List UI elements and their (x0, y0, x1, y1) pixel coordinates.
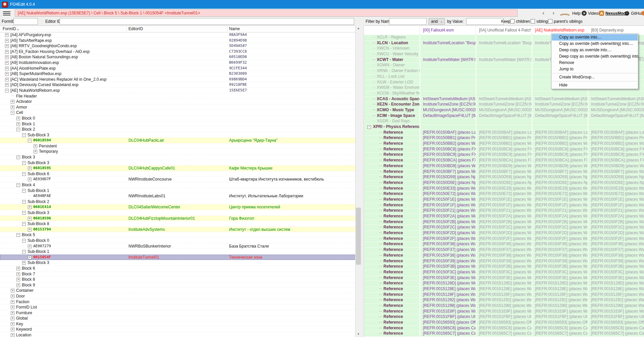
field-value-cell[interactable]: [REFR:00150BB1] (places Prewar_... (588, 135, 644, 141)
field-name-cell[interactable]: ····Reference (364, 297, 420, 303)
field-value-cell[interactable]: [REFR:00150F37] (places Water10... (420, 247, 476, 253)
collapse-icon[interactable]: − (22, 239, 26, 243)
field-value-cell[interactable]: [REFR:00150D59] (places NpcCha... (532, 175, 588, 180)
tree-row[interactable]: +Global (0, 316, 355, 321)
expand-icon[interactable]: + (11, 100, 14, 104)
videos-link[interactable]: Videos (588, 11, 600, 16)
expand-icon[interactable]: + (28, 178, 32, 181)
field-value-cell[interactable]: [REFR:00150F38] (places Water10... (476, 253, 532, 258)
field-value-cell[interactable]: [REFR:00150E72] (places Water10... (588, 191, 644, 197)
context-menu-item[interactable]: Deep copy as override (with overwriting)… (552, 53, 638, 60)
edge-clipped-icon[interactable] (642, 11, 644, 16)
tree-row[interactable]: −06018594DLC04HubPackLairАрьерсцена "Яде… (0, 138, 355, 143)
collapse-icon[interactable]: − (16, 155, 20, 159)
scrollbar-thumb[interactable] (356, 208, 361, 265)
field-name-cell[interactable]: ····XCAS - Acoustic Space (364, 96, 420, 102)
field-value-cell[interactable]: [REFR:00156593] (places OfficeD... (476, 320, 532, 325)
field-value-cell[interactable]: InstituteTunnelZone [ECZN:0015... (476, 102, 532, 107)
field-value-cell[interactable]: IntSteamTunnelsMedium [ASPC:... (476, 96, 532, 102)
field-value-cell[interactable]: [REFR:00150D59] (places NpcCha... (420, 175, 476, 180)
field-value-cell[interactable]: [REFR:001565C6] (places CageBu... (476, 326, 532, 331)
field-value-cell[interactable]: [REFR:00151292] (places Water10... (588, 297, 644, 303)
field-value-cell[interactable]: [REFR:00150BB2] (places WallEm... (420, 141, 476, 146)
field-value-cell[interactable]: [REFR:0015128D] (places Water10... (420, 281, 476, 286)
field-value-cell[interactable]: [REFR:00150E33] (places Water10... (476, 186, 532, 191)
field-value-cell[interactable] (420, 63, 476, 68)
expand-icon[interactable]: + (11, 106, 14, 109)
field-value-cell[interactable]: [REFR:001565C7] (places CageBu... (532, 331, 588, 336)
tree-row[interactable]: −Block 2 (0, 127, 355, 132)
field-value-cell[interactable]: [REFR:00150F2F] (places Water10... (420, 236, 476, 242)
field-value-cell[interactable] (420, 35, 476, 40)
expand-icon[interactable]: + (16, 122, 20, 126)
context-menu-item[interactable]: Create ModGroup... (552, 74, 638, 80)
field-name-cell[interactable]: ····Reference (364, 158, 420, 163)
field-value-cell[interactable]: [REFR:00150E72] (places Water10... (420, 191, 476, 197)
field-value-cell[interactable]: [REFR:00150D5E] (places NpcCha... (588, 180, 644, 186)
field-value-cell[interactable]: [REFR:00150F36] (places Water10... (420, 242, 476, 247)
expand-icon[interactable]: + (5, 39, 9, 43)
field-value-cell[interactable]: [REFR:00156593] (places OfficeD... (532, 320, 588, 325)
field-value-cell[interactable]: [REFR:00150F37] (places Water10... (588, 247, 644, 253)
expand-icon[interactable]: + (28, 166, 32, 170)
tree-row[interactable]: +Persistent (0, 143, 355, 149)
expand-icon[interactable]: + (11, 317, 14, 320)
expand-icon[interactable]: + (16, 283, 20, 287)
field-name-cell[interactable]: ····Reference (364, 303, 420, 309)
field-value-cell[interactable]: [REFR:0015128F] (places Water10... (476, 292, 532, 297)
field-value-cell[interactable]: [REFR:00150BB1] (places Prewar_... (420, 135, 476, 141)
plugin-column-4[interactable]: [B3] Depravity.esp (591, 28, 644, 32)
plugin-column-1[interactable]: [00] Fallout4.esm (423, 28, 475, 32)
expand-icon[interactable]: + (5, 67, 9, 70)
tree-row[interactable]: +Activator (0, 99, 355, 105)
tree-row[interactable]: +Location (0, 332, 355, 337)
field-value-cell[interactable]: [REFR:00150F1E] (places Water10... (476, 197, 532, 202)
field-value-cell[interactable]: [REFR:00150F3E] (places Water10... (476, 275, 532, 281)
field-value-cell[interactable]: [REFR:00150F2D] (places Water10... (532, 230, 588, 236)
plugin-column-2[interactable]: [0A] Unofficial Fallout 4 Patch.esp (479, 28, 531, 32)
collapse-icon[interactable]: − (22, 211, 26, 215)
field-name-cell[interactable]: ····Reference (364, 225, 420, 230)
field-value-cell[interactable]: [REFR:001565C7] (places CageBu... (476, 331, 532, 336)
tree-row[interactable]: +[A6] RRTV_GoodneighborCondo.esp5D49A587 (0, 43, 355, 49)
tree-row[interactable]: +Door (0, 293, 355, 299)
tree-row[interactable]: ····AE04BFAENWRInstituteLabs01Институт, … (0, 193, 355, 199)
expand-icon[interactable]: + (16, 267, 20, 270)
field-value-cell[interactable]: [REFR:00150BF7] (places Water10... (588, 169, 644, 175)
field-value-cell[interactable]: IntSteamTunnelsMedium [ASPC:... (588, 96, 644, 102)
field-value-cell[interactable]: [REFR:0015128E] (places Water10... (420, 286, 476, 292)
field-value-cell[interactable]: [REFR:00150F2F] (places Water10... (588, 236, 644, 242)
field-value-cell[interactable]: [REFR:001565C6] (places CageBu... (420, 326, 476, 331)
field-name-cell[interactable]: ····Reference (364, 130, 420, 135)
videos-icon[interactable] (582, 11, 587, 16)
field-value-cell[interactable]: [REFR:00150BC8] (places FXDrips... (476, 147, 532, 152)
field-value-cell[interactable]: [REFR:00150F3C] (places Water10... (588, 270, 644, 275)
tree-row[interactable]: +Block 9 (0, 282, 355, 288)
field-value-cell[interactable]: [REFR:00151FBF] (places UtilMet... (588, 314, 644, 320)
breadcrumb[interactable]: [AE] NukaWorldReborn.esp (15E6E5E7) \ Ce… (15, 9, 518, 17)
field-name-cell[interactable]: ····Reference (364, 270, 420, 275)
field-value-cell[interactable]: [REFR:0015128F] (places Water10... (420, 292, 476, 297)
field-value-cell[interactable]: [REFR:00150F1E] (places Water10... (420, 197, 476, 202)
field-value-cell[interactable]: InstituteTunnelZone [ECZN:0015... (532, 102, 588, 107)
tree-row[interactable]: +06018596DLC04HubFizztopMountainInterior… (0, 216, 355, 221)
field-value-cell[interactable]: [REFR:00150BD9] (places WallEm... (532, 163, 588, 169)
field-value-cell[interactable] (476, 74, 532, 79)
help-book-icon[interactable] (559, 11, 570, 16)
field-name-cell[interactable]: ····XEZN - Encounter Zone (364, 102, 420, 107)
field-value-cell[interactable]: [REFR:00150F3B] (places Water10... (532, 264, 588, 269)
keep-children-checkbox[interactable] (510, 19, 515, 23)
field-value-cell[interactable]: [REFR:00150BC8] (places FXDrips... (588, 147, 644, 152)
field-value-cell[interactable]: [REFR:00150F37] (places Water10... (532, 247, 588, 253)
field-value-cell[interactable]: [REFR:00150F2F] (places Water10... (476, 236, 532, 242)
expand-icon[interactable]: + (5, 83, 9, 87)
field-value-cell[interactable]: [REFR:00150BB2] (places WallEm... (476, 141, 532, 146)
field-value-cell[interactable]: [REFR:00151FBF] (places UtilMet... (532, 314, 588, 320)
field-value-cell[interactable] (420, 80, 476, 85)
field-value-cell[interactable]: [REFR:00150F2A] (places Water10... (588, 214, 644, 219)
field-name-cell[interactable]: ····XWEM - Water Environment ... (364, 85, 420, 90)
field-value-cell[interactable]: [REFR:00150D5E] (places NpcCha... (476, 180, 532, 186)
tree-row[interactable]: +Temporary (0, 149, 355, 154)
collapse-icon[interactable]: − (22, 189, 26, 193)
field-value-cell[interactable] (420, 119, 476, 124)
